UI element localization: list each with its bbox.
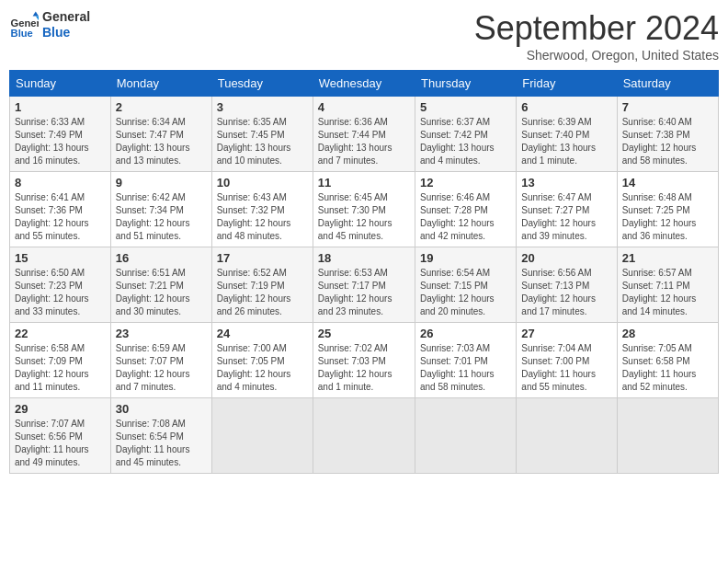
day-number: 23	[116, 327, 207, 340]
calendar-cell: 7Sunrise: 6:40 AMSunset: 7:38 PMDaylight…	[617, 97, 718, 172]
weekday-header-sunday: Sunday	[10, 71, 111, 97]
day-number: 25	[318, 327, 410, 340]
day-number: 19	[420, 251, 511, 265]
calendar-cell: 28Sunrise: 7:05 AMSunset: 6:58 PMDayligh…	[617, 323, 718, 398]
weekday-header-thursday: Thursday	[415, 71, 516, 97]
calendar-week-row: 15Sunrise: 6:50 AMSunset: 7:23 PMDayligh…	[10, 247, 719, 323]
cell-info: Sunrise: 7:04 AMSunset: 7:00 PMDaylight:…	[521, 342, 611, 394]
calendar-cell: 16Sunrise: 6:51 AMSunset: 7:21 PMDayligh…	[110, 247, 211, 323]
day-number: 27	[521, 327, 611, 340]
calendar-cell	[313, 398, 415, 474]
day-number: 5	[420, 100, 511, 114]
logo-icon: General Blue	[9, 10, 39, 40]
cell-info: Sunrise: 6:57 AMSunset: 7:11 PMDaylight:…	[622, 267, 713, 318]
day-number: 16	[116, 251, 207, 265]
cell-info: Sunrise: 6:46 AMSunset: 7:28 PMDaylight:…	[420, 191, 511, 243]
calendar-cell: 4Sunrise: 6:36 AMSunset: 7:44 PMDaylight…	[313, 97, 415, 172]
cell-info: Sunrise: 6:58 AMSunset: 7:09 PMDaylight:…	[15, 342, 106, 394]
day-number: 12	[420, 176, 511, 190]
cell-info: Sunrise: 6:36 AMSunset: 7:44 PMDaylight:…	[318, 116, 410, 167]
calendar-cell: 8Sunrise: 6:41 AMSunset: 7:36 PMDaylight…	[10, 172, 111, 247]
day-number: 4	[318, 100, 410, 114]
day-number: 15	[15, 251, 106, 265]
cell-info: Sunrise: 6:59 AMSunset: 7:07 PMDaylight:…	[116, 342, 207, 394]
calendar-week-row: 1Sunrise: 6:33 AMSunset: 7:49 PMDaylight…	[10, 97, 719, 172]
calendar-cell: 27Sunrise: 7:04 AMSunset: 7:00 PMDayligh…	[517, 323, 617, 398]
weekday-header-row: SundayMondayTuesdayWednesdayThursdayFrid…	[10, 71, 719, 97]
location-subtitle: Sherwood, Oregon, United States	[474, 48, 719, 63]
cell-info: Sunrise: 6:53 AMSunset: 7:17 PMDaylight:…	[318, 267, 410, 318]
cell-info: Sunrise: 7:00 AMSunset: 7:05 PMDaylight:…	[217, 342, 308, 394]
cell-info: Sunrise: 6:34 AMSunset: 7:47 PMDaylight:…	[116, 116, 207, 167]
calendar-cell: 9Sunrise: 6:42 AMSunset: 7:34 PMDaylight…	[110, 172, 211, 247]
calendar-week-row: 8Sunrise: 6:41 AMSunset: 7:36 PMDaylight…	[10, 172, 719, 247]
day-number: 1	[15, 100, 106, 114]
calendar-week-row: 22Sunrise: 6:58 AMSunset: 7:09 PMDayligh…	[10, 323, 719, 398]
calendar-cell: 23Sunrise: 6:59 AMSunset: 7:07 PMDayligh…	[110, 323, 211, 398]
calendar-cell: 30Sunrise: 7:08 AMSunset: 6:54 PMDayligh…	[110, 398, 211, 474]
svg-text:Blue: Blue	[11, 28, 33, 39]
svg-text:General: General	[11, 17, 39, 28]
logo: General Blue General Blue	[9, 9, 90, 40]
title-area: September 2024 Sherwood, Oregon, United …	[474, 9, 719, 63]
cell-info: Sunrise: 7:02 AMSunset: 7:03 PMDaylight:…	[318, 342, 410, 394]
day-number: 28	[622, 327, 713, 340]
day-number: 6	[521, 100, 611, 114]
calendar-cell: 25Sunrise: 7:02 AMSunset: 7:03 PMDayligh…	[313, 323, 415, 398]
calendar-cell: 2Sunrise: 6:34 AMSunset: 7:47 PMDaylight…	[110, 97, 211, 172]
calendar-cell: 21Sunrise: 6:57 AMSunset: 7:11 PMDayligh…	[617, 247, 718, 323]
calendar-cell: 29Sunrise: 7:07 AMSunset: 6:56 PMDayligh…	[10, 398, 111, 474]
calendar-week-row: 29Sunrise: 7:07 AMSunset: 6:56 PMDayligh…	[10, 398, 719, 474]
calendar-table: SundayMondayTuesdayWednesdayThursdayFrid…	[9, 70, 719, 474]
day-number: 14	[622, 176, 713, 190]
cell-info: Sunrise: 6:52 AMSunset: 7:19 PMDaylight:…	[217, 267, 308, 318]
calendar-header: SundayMondayTuesdayWednesdayThursdayFrid…	[10, 71, 719, 97]
calendar-cell: 15Sunrise: 6:50 AMSunset: 7:23 PMDayligh…	[10, 247, 111, 323]
weekday-header-saturday: Saturday	[617, 71, 718, 97]
day-number: 7	[622, 100, 713, 114]
day-number: 30	[116, 402, 207, 416]
cell-info: Sunrise: 6:54 AMSunset: 7:15 PMDaylight:…	[420, 267, 511, 318]
cell-info: Sunrise: 6:48 AMSunset: 7:25 PMDaylight:…	[622, 191, 713, 243]
cell-info: Sunrise: 6:47 AMSunset: 7:27 PMDaylight:…	[521, 191, 611, 243]
header: General Blue General Blue September 2024…	[9, 9, 719, 63]
svg-marker-2	[33, 11, 39, 16]
cell-info: Sunrise: 6:45 AMSunset: 7:30 PMDaylight:…	[318, 191, 410, 243]
calendar-cell: 11Sunrise: 6:45 AMSunset: 7:30 PMDayligh…	[313, 172, 415, 247]
cell-info: Sunrise: 6:51 AMSunset: 7:21 PMDaylight:…	[116, 267, 207, 318]
calendar-cell: 19Sunrise: 6:54 AMSunset: 7:15 PMDayligh…	[415, 247, 516, 323]
cell-info: Sunrise: 6:56 AMSunset: 7:13 PMDaylight:…	[521, 267, 611, 318]
calendar-cell: 24Sunrise: 7:00 AMSunset: 7:05 PMDayligh…	[211, 323, 313, 398]
day-number: 21	[622, 251, 713, 265]
day-number: 2	[116, 100, 207, 114]
calendar-cell: 10Sunrise: 6:43 AMSunset: 7:32 PMDayligh…	[211, 172, 313, 247]
calendar-cell: 12Sunrise: 6:46 AMSunset: 7:28 PMDayligh…	[415, 172, 516, 247]
day-number: 13	[521, 176, 611, 190]
day-number: 10	[217, 176, 308, 190]
cell-info: Sunrise: 6:39 AMSunset: 7:40 PMDaylight:…	[521, 116, 611, 167]
calendar-cell: 5Sunrise: 6:37 AMSunset: 7:42 PMDaylight…	[415, 97, 516, 172]
cell-info: Sunrise: 6:33 AMSunset: 7:49 PMDaylight:…	[15, 116, 106, 167]
day-number: 22	[15, 327, 106, 340]
day-number: 24	[217, 327, 308, 340]
weekday-header-monday: Monday	[110, 71, 211, 97]
day-number: 26	[420, 327, 511, 340]
calendar-cell	[617, 398, 718, 474]
weekday-header-wednesday: Wednesday	[313, 71, 415, 97]
calendar-cell: 22Sunrise: 6:58 AMSunset: 7:09 PMDayligh…	[10, 323, 111, 398]
day-number: 17	[217, 251, 308, 265]
day-number: 29	[15, 402, 106, 416]
calendar-body: 1Sunrise: 6:33 AMSunset: 7:49 PMDaylight…	[10, 97, 719, 474]
calendar-cell: 20Sunrise: 6:56 AMSunset: 7:13 PMDayligh…	[517, 247, 617, 323]
cell-info: Sunrise: 6:50 AMSunset: 7:23 PMDaylight:…	[15, 267, 106, 318]
calendar-cell: 3Sunrise: 6:35 AMSunset: 7:45 PMDaylight…	[211, 97, 313, 172]
cell-info: Sunrise: 7:07 AMSunset: 6:56 PMDaylight:…	[15, 418, 106, 469]
cell-info: Sunrise: 6:42 AMSunset: 7:34 PMDaylight:…	[116, 191, 207, 243]
calendar-cell: 14Sunrise: 6:48 AMSunset: 7:25 PMDayligh…	[617, 172, 718, 247]
cell-info: Sunrise: 6:43 AMSunset: 7:32 PMDaylight:…	[217, 191, 308, 243]
calendar-cell: 17Sunrise: 6:52 AMSunset: 7:19 PMDayligh…	[211, 247, 313, 323]
day-number: 3	[217, 100, 308, 114]
day-number: 8	[15, 176, 106, 190]
day-number: 11	[318, 176, 410, 190]
calendar-cell	[211, 398, 313, 474]
